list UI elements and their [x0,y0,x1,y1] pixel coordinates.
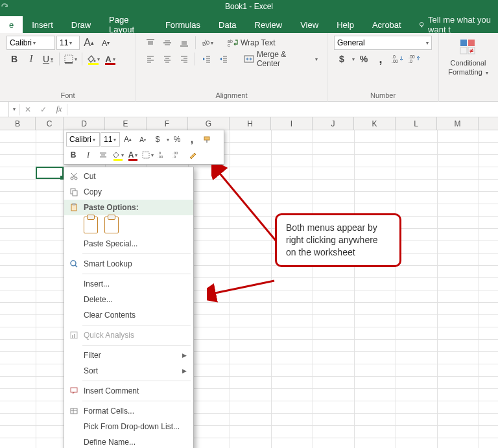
increase-font-icon[interactable]: A▴ [81,36,97,50]
ctx-pick-list[interactable]: Pick From Drop-down List... [64,419,193,434]
mt-font-color-button[interactable]: A▾ [126,148,140,162]
comma-button[interactable]: , [373,52,388,66]
border-button[interactable]: ▾ [63,52,78,66]
ribbon-tab-formulas[interactable]: Formulas [156,16,209,33]
mt-dec-decimal-icon[interactable]: .00.0 [171,148,185,162]
mt-dec-font-icon[interactable]: A▾ [136,132,150,147]
mt-currency-button[interactable]: $ [150,132,165,147]
svg-text:ab: ab [200,38,209,47]
decrease-font-icon[interactable]: A▾ [98,36,113,50]
merge-center-button[interactable]: Merge & Center▾ [241,52,320,66]
cancel-icon[interactable]: ✕ [20,102,36,117]
tell-me[interactable]: Tell me what you want t [418,15,498,34]
ribbon-tab-help[interactable]: Help [327,16,363,33]
align-bottom-icon[interactable] [176,36,192,50]
ctx-copy[interactable]: Copy [64,184,193,200]
ribbon-tab-home[interactable]: e [0,16,23,33]
decrease-indent-icon[interactable] [198,52,214,66]
ribbon-tab-page-layout[interactable]: Page Layout [100,16,156,33]
ctx-define-name[interactable]: Define Name... [64,434,193,448]
col-F[interactable]: F [147,117,188,130]
col-K[interactable]: K [354,117,396,130]
svg-rect-73 [71,408,77,414]
align-center-icon[interactable] [160,52,175,66]
italic-button[interactable]: I [23,52,39,66]
svg-point-67 [71,261,76,266]
ribbon-tab-review[interactable]: Review [246,16,292,33]
ribbon-tabs: e Insert Draw Page Layout Formulas Data … [0,16,498,33]
fill-color-button[interactable]: ▾ [86,52,101,66]
align-left-icon[interactable] [143,52,158,66]
col-I[interactable]: I [271,117,313,130]
wrap-text-button[interactable]: abc Wrap Text [225,36,278,50]
ribbon-tab-insert[interactable]: Insert [23,16,62,33]
ctx-paste-special[interactable]: Paste Special... [64,236,193,252]
align-middle-icon[interactable] [160,36,175,50]
context-menu: Cut Copy Paste Options: Paste Special...… [64,167,194,448]
mt-font-select[interactable]: Calibri▾ [66,132,100,147]
ribbon-tab-view[interactable]: View [291,16,327,33]
mt-border-button[interactable]: ▾ [141,148,155,162]
col-G[interactable]: G [188,117,230,130]
col-J[interactable]: J [313,117,354,130]
increase-decimal-icon[interactable]: .0.00 [390,52,405,66]
fx-icon[interactable]: fx [51,102,67,117]
number-format-select[interactable]: General▾ [334,36,432,50]
paste-icon-1[interactable] [84,217,98,233]
svg-rect-66 [73,204,75,205]
ctx-filter[interactable]: Filter▶ [64,348,193,363]
font-size-select[interactable]: 11▾ [56,36,80,50]
underline-button[interactable]: U▾ [40,52,56,66]
name-box-dropdown[interactable]: ▾ [9,106,19,112]
col-M[interactable]: M [437,117,479,130]
orientation-icon[interactable]: ab▾ [199,36,215,50]
col-E[interactable]: E [105,117,147,130]
qat-redo-icon[interactable] [0,2,19,14]
col-B[interactable]: B [0,117,36,130]
decrease-decimal-icon[interactable]: .00.0 [407,52,422,66]
ctx-paste-options[interactable]: Paste Options: [64,200,193,215]
ctx-delete[interactable]: Delete... [64,292,193,307]
mt-comma-button[interactable]: , [185,132,199,147]
increase-indent-icon[interactable] [215,52,231,66]
percent-button[interactable]: % [356,52,372,66]
ribbon-tab-data[interactable]: Data [209,16,245,33]
ctx-insert[interactable]: Insert... [64,276,193,292]
col-D[interactable]: D [64,117,105,130]
selected-cell[interactable] [36,167,64,179]
font-color-button[interactable]: A▾ [102,52,118,66]
worksheet-grid[interactable]: B C D E F G H I J K L M Calibri▾ 11▾ A▴ … [0,117,498,448]
paste-icon-2[interactable] [104,217,119,233]
ctx-smart-lookup[interactable]: Smart Lookup [64,256,193,272]
mt-inc-font-icon[interactable]: A▴ [121,132,135,147]
mt-italic-button[interactable]: I [81,148,95,162]
mt-align-icon[interactable] [96,148,110,162]
align-right-icon[interactable] [176,52,192,66]
ctx-format-cells[interactable]: Format Cells... [64,403,193,419]
align-top-icon[interactable] [143,36,158,50]
mt-bold-button[interactable]: B [66,148,80,162]
bold-button[interactable]: B [6,52,22,66]
svg-rect-1 [421,26,422,27]
enter-icon[interactable]: ✓ [36,102,51,117]
conditional-formatting-button[interactable]: ≠ Conditional Formatting ▾ [445,36,491,77]
ribbon-tab-acrobat[interactable]: Acrobat [363,16,410,33]
col-H[interactable]: H [230,117,271,130]
col-L[interactable]: L [396,117,437,130]
ctx-insert-comment[interactable]: Insert Comment [64,383,193,399]
mt-percent-button[interactable]: % [170,132,184,147]
ribbon-tab-draw[interactable]: Draw [62,16,100,33]
name-box[interactable] [0,102,9,117]
font-name-select[interactable]: Calibri▾ [6,36,55,50]
ctx-clear[interactable]: Clear Contents [64,307,193,323]
currency-button[interactable]: $ [334,52,350,66]
mt-size-select[interactable]: 11▾ [101,132,120,147]
mt-inc-decimal-icon[interactable]: .0.00 [156,148,170,162]
ctx-cut[interactable]: Cut [64,169,193,184]
paste-options-icons [64,215,193,236]
mt-fill-color-button[interactable]: ▾ [111,148,125,162]
ctx-sort[interactable]: Sort▶ [64,363,193,379]
mt-format-painter-icon[interactable] [200,132,214,147]
mt-format-painter-icon2[interactable] [185,148,200,162]
col-C[interactable]: C [36,117,64,130]
